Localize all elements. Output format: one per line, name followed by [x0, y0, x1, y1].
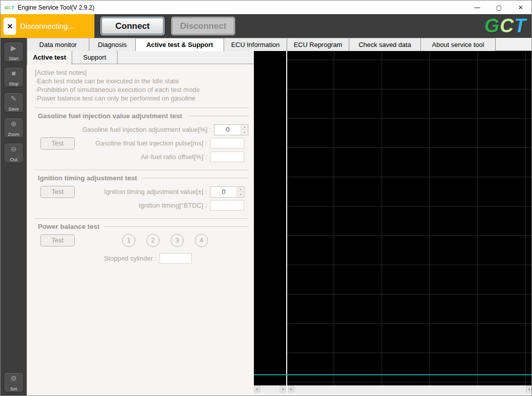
spin-up-icon[interactable]: ▲ [241, 125, 248, 130]
cylinder-3-button[interactable]: 3 [171, 234, 184, 247]
zoom-in-button[interactable]: ⊕ Zoom [4, 118, 24, 138]
ignition-timing-section: Ignition timing adjustment test Test Ign… [34, 174, 249, 219]
save-icon: ✎ [4, 94, 23, 103]
tab-about-service-tool[interactable]: About service tool [421, 38, 496, 51]
ignition-adjust-value: 0 [210, 187, 237, 197]
gear-icon: ⚙ [4, 374, 23, 382]
scroll-left-icon[interactable]: < [254, 385, 260, 392]
minimize-button[interactable]: — [466, 1, 488, 14]
cylinder-buttons: 1 2 3 4 [122, 234, 208, 247]
spin-up-icon[interactable]: ▲ [237, 187, 244, 192]
notes-title: [Active test notes] [35, 68, 249, 77]
sub-tabbar: Active test Support [27, 51, 254, 64]
injection-pulse-row: Test Gasoline final fuel injection pulse… [34, 136, 249, 150]
section-title: Ignition timing adjustment test [34, 174, 249, 182]
graph-grid [287, 51, 532, 385]
note-line: ·Prohibition of simultaneous execution o… [35, 85, 249, 94]
section-title: Gasoline fuel injection value adjustment… [34, 112, 249, 120]
toolbar: ✕ Disconnecting... Connect Disconnect GC… [1, 14, 531, 38]
titlebar: GCT Engine Service Tool(V 2.9.2) — ▢ ✕ [1, 1, 531, 14]
note-line: ·Power balance test can only be performe… [35, 94, 249, 103]
app-logo-icon: GCT [5, 5, 14, 10]
injection-adjust-spinner[interactable]: 0 ▲ ▼ [214, 124, 248, 135]
scroll-right-icon[interactable]: > [280, 385, 286, 392]
cylinder-4-button[interactable]: 4 [195, 234, 208, 247]
main-horizontal-scrollbar[interactable]: < > [288, 385, 532, 392]
sidebar: ▶ Start ■ Stop ✎ Save ⊕ Zoom ⊖ Out ⚙ Set [1, 38, 27, 395]
set-button-label: Set [4, 386, 23, 391]
connection-status-text: Disconnecting... [20, 22, 74, 30]
ignition-adjust-row: Test Ignition timing adjustment value[±]… [34, 185, 249, 199]
gct-logo: GCT [485, 15, 526, 36]
save-button[interactable]: ✎ Save [4, 92, 24, 113]
ignition-timing-field [210, 200, 244, 211]
afr-offset-label: Air-fuel ratio offset[%] : [82, 153, 210, 161]
gasoline-injection-section: Gasoline fuel injection value adjustment… [34, 112, 249, 170]
note-line: ·Each test mode can be executed in the I… [35, 77, 249, 85]
injection-pulse-label: Gasoline final fuel injection pulse[ms] … [82, 139, 210, 147]
spin-down-icon[interactable]: ▼ [237, 191, 244, 197]
subtab-active-test[interactable]: Active test [27, 51, 72, 65]
start-button[interactable]: ▶ Start [4, 42, 24, 62]
ignition-test-button[interactable]: Test [40, 186, 75, 198]
cylinder-1-button[interactable]: 1 [122, 234, 135, 247]
window-controls: — ▢ ✕ [466, 1, 531, 14]
ignition-timing-row: Ignition timing[°BTDC] : [34, 199, 249, 212]
y-axis-line [286, 51, 287, 385]
subtab-support[interactable]: Support [72, 51, 118, 64]
connect-button[interactable]: Connect [101, 18, 164, 34]
main-tabbar: Data monitor Diagnosis Active test & Sup… [27, 38, 531, 51]
maximize-button[interactable]: ▢ [488, 1, 510, 14]
left-horizontal-scrollbar[interactable]: < > [254, 385, 286, 392]
zoom-in-icon: ⊕ [4, 120, 23, 128]
stop-button[interactable]: ■ Stop [4, 67, 24, 87]
power-balance-section: Power balance test Test 1 2 3 4 Stopped … [34, 223, 249, 271]
play-icon: ▶ [4, 44, 23, 52]
ignition-adjust-spinner[interactable]: 0 ▲ ▼ [210, 186, 244, 197]
set-button[interactable]: ⚙ Set [4, 372, 24, 392]
start-button-label: Start [4, 56, 23, 61]
zoom-in-button-label: Zoom [4, 132, 23, 137]
tab-ecu-information[interactable]: ECU Information [224, 38, 287, 51]
active-test-panel: [Active test notes] ·Each test mode can … [27, 64, 254, 395]
ignition-timing-label: Ignition timing[°BTDC] : [82, 202, 210, 209]
disconnect-x-icon: ✕ [4, 18, 16, 35]
tab-diagnosis[interactable]: Diagnosis [89, 38, 136, 51]
zoom-out-icon: ⊖ [4, 145, 23, 153]
injection-adjust-value: 0 [215, 125, 241, 135]
afr-offset-field [210, 152, 244, 162]
window-title: Engine Service Tool(V 2.9.2) [18, 4, 94, 11]
spin-down-icon[interactable]: ▼ [241, 129, 248, 135]
stopped-cylinder-label: Stopped cylinder : [34, 255, 158, 262]
tab-check-saved-data[interactable]: Check saved data [349, 38, 421, 51]
injection-pulse-field [210, 138, 244, 148]
afr-offset-row: Air-fuel ratio offset[%] : [34, 150, 249, 164]
close-button[interactable]: ✕ [510, 1, 531, 14]
scroll-left-icon[interactable]: < [288, 385, 294, 392]
scroll-right-icon[interactable]: > [526, 385, 532, 392]
stop-button-label: Stop [4, 81, 23, 86]
gasoline-test-button[interactable]: Test [40, 137, 75, 150]
tab-active-test-support[interactable]: Active test & Support [136, 38, 224, 52]
zoom-out-button[interactable]: ⊖ Out [4, 143, 24, 163]
stopped-cylinder-field [159, 253, 192, 264]
disconnect-button[interactable]: Disconnect [172, 18, 234, 34]
save-button-label: Save [4, 107, 23, 112]
injection-adjust-label: Gasoline fuel injection adjustment value… [82, 126, 214, 133]
stopped-cylinder-row: Stopped cylinder : [34, 252, 249, 265]
power-balance-test-button[interactable]: Test [40, 234, 75, 246]
cylinder-select-row: Test 1 2 3 4 [34, 233, 249, 247]
app-window: GCT Engine Service Tool(V 2.9.2) — ▢ ✕ ✕… [0, 0, 532, 396]
section-title: Power balance test [34, 223, 249, 230]
active-test-notes: [Active test notes] ·Each test mode can … [34, 67, 249, 108]
injection-adjust-row: Gasoline fuel injection adjustment value… [34, 123, 249, 136]
stop-icon: ■ [4, 69, 23, 77]
tab-ecu-reprogram[interactable]: ECU Reprogram [287, 38, 349, 51]
x-axis-line [254, 374, 532, 375]
tab-data-monitor[interactable]: Data monitor [27, 38, 89, 51]
graph-scroll-area: < > < > [254, 385, 532, 396]
connection-status: ✕ Disconnecting... [1, 14, 94, 38]
graph-area [254, 51, 532, 385]
cylinder-2-button[interactable]: 2 [146, 234, 159, 247]
zoom-out-button-label: Out [4, 157, 23, 162]
